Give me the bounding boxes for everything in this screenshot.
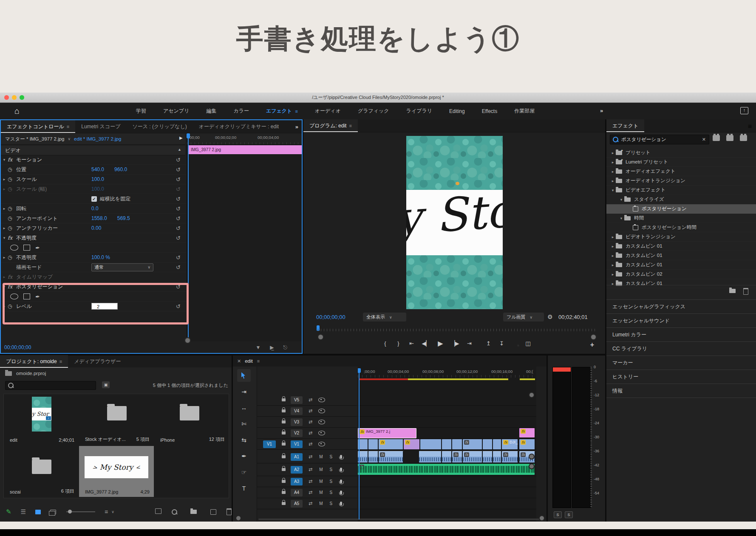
sync-lock-icon[interactable]: ⇄ (309, 490, 312, 495)
mark-in-icon[interactable]: { (382, 340, 388, 347)
track-select-forward-tool[interactable]: ⇥ (237, 385, 251, 398)
timeline-clip[interactable] (493, 439, 502, 449)
caret-icon[interactable]: ▾ (618, 197, 624, 202)
voiceover-record-icon[interactable] (340, 491, 342, 494)
master-clip-label[interactable]: マスター * IMG_3977 2.jpg (5, 136, 65, 142)
sync-lock-icon[interactable]: ⇄ (309, 441, 312, 447)
property-value[interactable]: 0.0 (91, 206, 99, 212)
caret-icon[interactable]: ▸ (1, 226, 8, 230)
panel-menu-icon[interactable]: ≡ (257, 358, 260, 364)
clear-search-icon[interactable]: ✕ (702, 137, 706, 142)
workspace-tab-エフェクト[interactable]: エフェクト≡ (266, 107, 298, 115)
stopwatch-icon[interactable]: ◷ (8, 176, 16, 182)
reset-parameter-icon[interactable]: ↺ (176, 186, 181, 192)
audio-track-header-A4[interactable]: A4⇄MS (257, 487, 357, 498)
reset-parameter-icon[interactable]: ↺ (176, 264, 181, 271)
property-value[interactable]: 100.0 (91, 186, 104, 192)
lock-icon[interactable] (282, 480, 286, 483)
tab-Lumetri スコープ[interactable]: Lumetri スコープ (75, 120, 126, 133)
property-value[interactable]: 100.0 % (91, 254, 110, 260)
caret-icon[interactable]: ▸ (1, 275, 8, 279)
thumbnail-size-slider[interactable] (66, 511, 95, 512)
solo-button[interactable]: S (330, 501, 333, 506)
caret-icon[interactable]: ▸ (610, 263, 616, 267)
collapsed-panel-ヒストリー[interactable]: ヒストリー (606, 370, 756, 384)
effects-tree-item-スタイライズ[interactable]: ▾スタイライズ (606, 195, 756, 204)
video-track-header-V3[interactable]: V3⇄ (257, 417, 357, 428)
caret-icon[interactable]: ▸ (1, 255, 8, 260)
sort-icon[interactable]: ≡ (105, 508, 108, 515)
vertical-scroll-knob[interactable] (529, 463, 535, 469)
lock-icon[interactable] (282, 398, 286, 401)
workspace-menu-icon[interactable]: ≡ (295, 109, 297, 114)
lock-icon[interactable] (282, 468, 286, 471)
video-section-header[interactable]: ビデオ (1, 146, 185, 155)
track-target-A5[interactable]: A5 (291, 500, 303, 508)
voiceover-record-icon[interactable] (340, 480, 342, 483)
video-track-header-V5[interactable]: V5⇄ (257, 395, 357, 406)
vertical-scroll-knob[interactable] (529, 392, 535, 398)
effect-row-アンチフリッカー[interactable]: ▸◷アンチフリッカー0.00↺ (1, 223, 187, 233)
workspace-overflow-button[interactable]: » (600, 107, 603, 114)
property-value[interactable]: 540.0 (91, 166, 104, 172)
timeline-clip[interactable]: fx (463, 451, 483, 463)
effect-row-スケール (幅)[interactable]: ▸◷スケール (幅)100.0↺ (1, 184, 187, 194)
play-icon[interactable]: ▶ (438, 339, 444, 347)
search-options-icon[interactable]: ▣ (102, 381, 110, 388)
chevron-down-icon[interactable]: ∨ (68, 137, 71, 141)
track-target-A1[interactable]: A1 (291, 453, 303, 461)
sync-lock-icon[interactable]: ⇄ (309, 501, 312, 506)
stopwatch-icon[interactable]: ◷ (8, 166, 16, 172)
list-view-icon[interactable]: ☰ (21, 508, 26, 515)
voiceover-record-icon[interactable] (340, 468, 342, 471)
mini-timeline-clip[interactable]: IMG_3977 2.jpg (188, 145, 302, 154)
type-tool[interactable]: T (237, 482, 251, 495)
project-item-img-3977[interactable]: My Story IMG_3977 2.jpg 4;29 (79, 446, 154, 497)
timeline-clip[interactable]: fx (519, 439, 535, 449)
sync-lock-icon[interactable]: ⇄ (309, 479, 312, 484)
project-breadcrumb[interactable]: omoide.prproj (5, 371, 46, 376)
effect-row-回転[interactable]: ▸◷回転0.0↺ (1, 204, 187, 214)
property-value[interactable]: 960.0 (114, 166, 127, 172)
reset-parameter-icon[interactable]: ↺ (176, 157, 181, 163)
timeline-clip[interactable]: fx (463, 439, 483, 449)
tab-エフェクトコントロール[interactable]: エフェクトコントロール≡ (1, 120, 75, 133)
export-icon[interactable]: ⎋ (283, 344, 288, 350)
track-target-V5[interactable]: V5 (291, 396, 303, 404)
panel-menu-icon[interactable]: ≡ (59, 359, 62, 364)
vertical-scroll-knob[interactable] (529, 454, 535, 460)
timeline-clip[interactable]: fx (452, 451, 463, 463)
caret-icon[interactable]: ▸ (1, 177, 8, 181)
track-target-V1[interactable]: V1 (291, 440, 303, 448)
timeline-clip[interactable] (483, 451, 493, 463)
razor-tool[interactable]: ✄ (237, 418, 251, 430)
caret-icon[interactable]: ▸ (610, 160, 616, 164)
stopwatch-icon[interactable]: ◷ (8, 206, 16, 212)
sync-lock-icon[interactable]: ⇄ (309, 467, 312, 472)
effect-row-不透明度[interactable]: ▾fx不透明度↺ (1, 233, 187, 243)
sync-lock-icon[interactable]: ⇄ (309, 454, 312, 460)
button-editor-plus-icon[interactable]: + (590, 341, 594, 349)
effect-row-描画モード[interactable]: 描画モード通常∨↺ (1, 262, 187, 272)
timeline-clip[interactable] (420, 439, 442, 449)
caret-icon[interactable]: ▸ (1, 304, 8, 308)
timeline-clip[interactable] (452, 439, 463, 449)
audio-track-header-A1[interactable]: A1⇄MS (257, 451, 357, 463)
comparison-view-icon[interactable]: ◫ (525, 340, 531, 347)
selection-tool[interactable] (237, 369, 251, 382)
video-track-header-V1[interactable]: V1V1⇄ (257, 439, 357, 450)
yuv-badge-icon[interactable] (740, 135, 747, 141)
solo-button[interactable]: S (330, 467, 333, 472)
mute-button[interactable]: M (319, 479, 323, 484)
mute-button[interactable]: M (319, 454, 323, 459)
bit-depth-badge-icon[interactable] (726, 135, 733, 141)
rect-mask-icon[interactable] (23, 245, 30, 251)
sync-lock-icon[interactable]: ⇄ (309, 419, 312, 425)
effects-tree-item-Lumetri プリセット[interactable]: ▸Lumetri プリセット (606, 158, 756, 167)
effects-tree-item-ポスタリゼーション時間[interactable]: ポスタリゼーション時間 (606, 223, 756, 232)
track-target-V4[interactable]: V4 (291, 407, 303, 415)
effects-search-input[interactable]: ポスタリゼーション ✕ (610, 135, 709, 144)
timeline-clip[interactable] (483, 439, 493, 449)
source-patch[interactable] (263, 500, 276, 508)
scrollbar-left-knob[interactable] (317, 334, 324, 340)
